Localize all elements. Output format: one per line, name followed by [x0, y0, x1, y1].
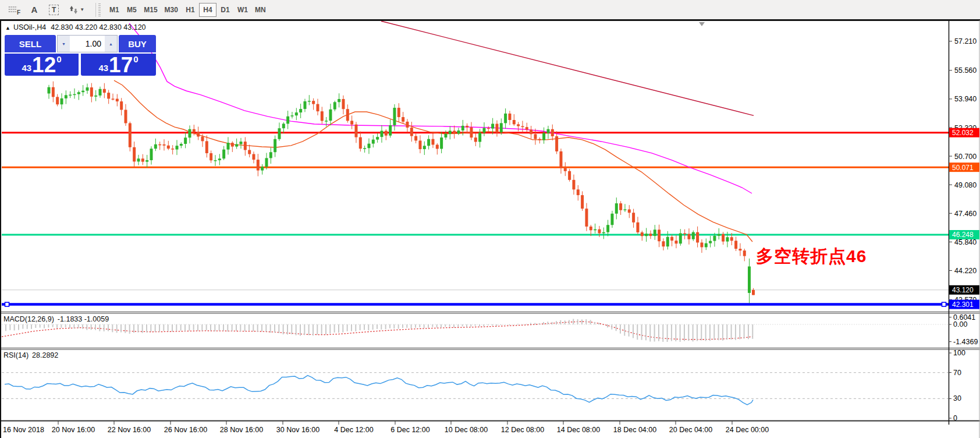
tf-button-h1[interactable]: H1	[182, 3, 199, 17]
time-label: 30 Nov 16:00	[276, 426, 319, 434]
volume-increase-button[interactable]: ▲	[105, 36, 117, 52]
price-tick-44.220: 44.220	[954, 267, 977, 275]
chevron-down-icon: ▼	[80, 7, 84, 12]
time-label: 12 Dec 08:00	[501, 426, 544, 434]
tf-button-m5[interactable]: M5	[123, 3, 140, 17]
time-label: 4 Dec 12:00	[334, 426, 373, 434]
text-a-icon: A	[31, 5, 38, 15]
panel-collapse-icon[interactable]: ▲	[5, 25, 10, 31]
time-label: 18 Dec 04:00	[613, 426, 656, 434]
buy-button[interactable]: BUY	[119, 35, 156, 52]
arrow-objects-tool-button[interactable]: ▼	[66, 2, 88, 17]
rsi-pane	[2, 373, 949, 405]
svg-text:42.301: 42.301	[952, 301, 974, 309]
line-handle[interactable]	[942, 302, 946, 306]
macd-tick--1.4369: -1.4369	[953, 338, 978, 346]
price-axis[interactable]: 57.21055.56053.94052.32050.70049.08047.4…	[949, 37, 978, 422]
rsi-line	[5, 376, 753, 405]
downtrend-line[interactable]	[381, 21, 754, 115]
rsi-indicator-label: RSI(14)28.2892	[3, 351, 58, 359]
time-label: 24 Dec 00:00	[726, 426, 769, 434]
arrows-icon	[69, 5, 78, 15]
symbol-period-label: USOil-,H4	[13, 23, 46, 31]
rsi-tick-30: 30	[953, 394, 961, 402]
sell-button[interactable]: SELL	[5, 35, 56, 52]
time-label: 26 Nov 16:00	[164, 426, 207, 434]
svg-text:50.071: 50.071	[952, 164, 974, 172]
svg-text:46.248: 46.248	[952, 231, 974, 239]
horizontal-lines[interactable]	[2, 133, 949, 305]
tf-button-d1[interactable]: D1	[216, 3, 234, 17]
price-tick-55.560: 55.560	[954, 66, 977, 75]
price-tick-47.460: 47.460	[954, 210, 977, 218]
chart-title: ▲USOil-,H442.830 43.220 42.830 43.120	[5, 23, 146, 31]
chart-shift-marker[interactable]	[699, 22, 705, 26]
fibonacci-grid-icon: F	[8, 5, 20, 15]
tf-button-m30[interactable]: M30	[161, 3, 182, 17]
price-tick-50.700: 50.700	[954, 153, 977, 161]
ohlc-readout: 42.830 43.220 42.830 43.120	[51, 23, 145, 31]
rsi-tick-100: 100	[953, 349, 965, 357]
ma-fast-orange-layer	[114, 80, 752, 242]
volume-input[interactable]	[70, 36, 105, 52]
fibonacci-grid-tool-button[interactable]: F	[5, 2, 23, 17]
tf-button-h4[interactable]: H4	[199, 3, 216, 17]
text-annotation-tool-button[interactable]: A	[27, 2, 42, 17]
rsi-tick-0: 0	[953, 414, 957, 422]
text-t-icon: T	[49, 5, 59, 15]
time-label: 20 Dec 04:00	[669, 426, 712, 434]
toolbar: F A T ▼ M1 M5 M15 M30 H1 H4 D1 W1 MN	[0, 0, 980, 20]
text-label-tool-button[interactable]: T	[45, 2, 62, 17]
volume-decrease-button[interactable]: ▼	[58, 36, 70, 52]
toolbar-separator	[95, 3, 96, 17]
svg-text:43.120: 43.120	[952, 286, 974, 294]
ma-fast-orange	[114, 80, 752, 242]
time-label: 22 Nov 16:00	[108, 426, 151, 434]
rsi-tick-70: 70	[953, 369, 961, 377]
tf-button-m15[interactable]: M15	[140, 3, 161, 17]
time-label: 28 Nov 16:00	[220, 426, 263, 434]
macd-pane	[2, 322, 949, 340]
blue-hline-handles[interactable]	[2, 302, 949, 306]
volume-control: ▼ ▲	[57, 35, 118, 52]
time-axis[interactable]: 16 Nov 201820 Nov 16:0022 Nov 16:0026 No…	[3, 421, 769, 434]
svg-text:52.032: 52.032	[952, 129, 974, 137]
trendline-layer[interactable]	[381, 21, 754, 115]
buy-price-display[interactable]: 43 17 0	[81, 54, 156, 76]
toolbar-drag-handle[interactable]	[98, 3, 101, 16]
tf-button-w1[interactable]: W1	[234, 3, 251, 17]
one-click-trading-panel: SELL ▼ ▲ BUY 43 12 0 43 17 0	[5, 35, 156, 76]
price-tick-53.940: 53.940	[954, 95, 977, 103]
time-label: 16 Nov 2018	[3, 426, 44, 434]
pane-separators	[0, 20, 980, 438]
line-handle[interactable]	[5, 302, 9, 306]
time-label: 10 Dec 08:00	[445, 426, 488, 434]
time-label: 20 Nov 16:00	[52, 426, 95, 434]
macd-tick-0.00: 0.00	[953, 320, 967, 328]
price-tick-49.080: 49.080	[954, 181, 977, 189]
price-tick-57.210: 57.210	[954, 37, 977, 45]
sell-price-display[interactable]: 43 12 0	[5, 54, 79, 76]
mt4-terminal: 57.21055.56053.94052.32050.70049.08047.4…	[0, 0, 980, 438]
macd-indicator-label: MACD(12,26,9)-1.1833 -1.0059	[3, 315, 109, 323]
time-label: 14 Dec 08:00	[557, 426, 600, 434]
tf-button-mn[interactable]: MN	[251, 3, 269, 17]
annotation-text: 多空转折点46	[756, 245, 867, 269]
time-label: 6 Dec 12:00	[390, 426, 429, 434]
tf-button-m1[interactable]: M1	[105, 3, 123, 17]
